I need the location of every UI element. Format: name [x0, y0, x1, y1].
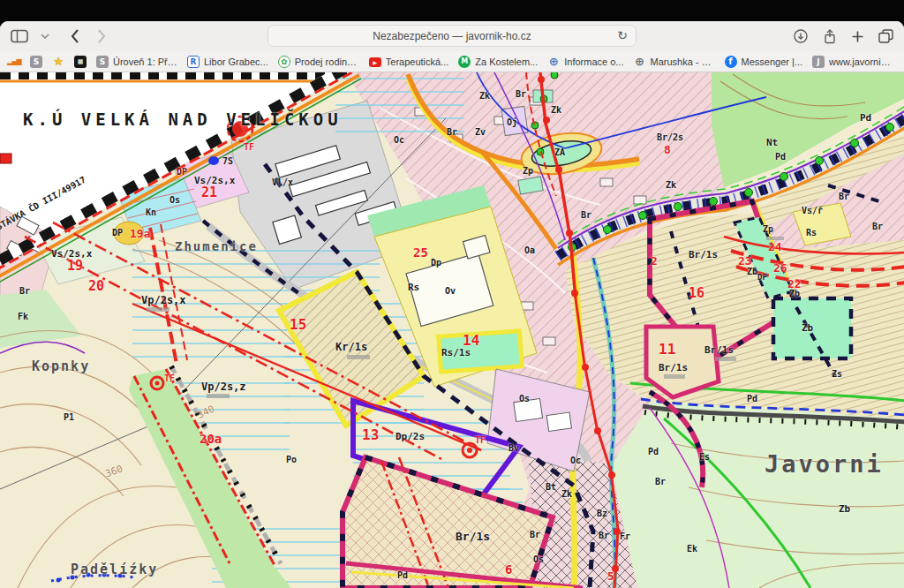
j-badge-icon [812, 56, 825, 68]
chevron-down-icon[interactable] [41, 34, 49, 40]
bookmark-label: Za Kostelem... [475, 57, 538, 67]
bookmark-item[interactable] [8, 56, 20, 68]
bookmark-item[interactable] [52, 56, 64, 68]
bookmark-item[interactable]: Messenger |... [725, 56, 803, 68]
bookmark-label: Marushka - 0... [651, 57, 715, 67]
globe2-icon [634, 56, 646, 68]
bookmark-label: Informace o... [564, 57, 623, 67]
javornik-green-area [609, 401, 904, 588]
flower-icon [278, 56, 290, 68]
map-viewport[interactable]: K.Ú VELKÁ NAD VELIČKOUSTÁVKA ČD III/4991… [0, 72, 904, 588]
red-map-marker [0, 154, 11, 163]
star-icon [52, 56, 64, 68]
analytics-icon [8, 56, 20, 68]
reload-icon[interactable]: ↻ [617, 28, 628, 42]
zone-14 [439, 331, 523, 372]
bookmark-label: Úroveň 1: Přít... [113, 57, 177, 67]
bookmark-item[interactable]: Marushka - 0... [634, 56, 715, 68]
screen: Nezabezpečeno — javornik-ho.cz ↻ Úroveň [0, 0, 904, 588]
youtube-icon [369, 57, 381, 67]
address-text: Nezabezpečeno — javornik-ho.cz [373, 30, 531, 42]
bookmark-item[interactable]: Za Kostelem... [458, 56, 538, 68]
bookmarks-bar: Úroveň 1: Přít...Libor Grabec...Prodej r… [0, 51, 904, 72]
bookmark-item[interactable]: Informace o... [547, 56, 623, 68]
bookmark-item[interactable]: Libor Grabec... [187, 56, 268, 68]
bookmark-item[interactable] [30, 56, 42, 68]
share-icon[interactable] [823, 29, 837, 44]
safari-window: Nezabezpečeno — javornik-ho.cz ↻ Úroveň [0, 21, 904, 588]
desktop-background [0, 0, 904, 21]
bookmark-label: Prodej rodinn... [295, 57, 359, 67]
bw-logo-icon [74, 56, 87, 68]
address-bar[interactable]: Nezabezpečeno — javornik-ho.cz ↻ [267, 25, 637, 47]
back-button[interactable] [71, 29, 79, 43]
sidebar-icon[interactable] [11, 29, 28, 43]
m-badge-icon [458, 56, 471, 68]
bookmark-label: Libor Grabec... [204, 57, 268, 67]
forward-button[interactable] [97, 29, 106, 43]
new-tab-icon[interactable] [852, 31, 863, 42]
bookmark-label: Terapeutická... [386, 57, 449, 67]
bookmark-item[interactable] [74, 56, 87, 68]
facebook-icon [725, 56, 737, 68]
bookmark-item[interactable]: Prodej rodinn... [278, 56, 359, 68]
globe-icon [547, 56, 560, 68]
s-badge-icon [96, 56, 109, 68]
bookmark-label: Messenger |... [742, 57, 803, 67]
bookmark-item[interactable]: Úroveň 1: Přít... [96, 56, 177, 68]
r-badge-icon [187, 56, 200, 68]
downloads-icon[interactable] [794, 29, 808, 43]
browser-toolbar: Nezabezpečeno — javornik-ho.cz ↻ [0, 21, 904, 51]
map-canvas [0, 72, 904, 588]
tab-overview-icon[interactable] [878, 29, 893, 43]
s-badge-icon [30, 56, 42, 68]
bookmark-item[interactable]: www.javornik... [812, 56, 893, 68]
bookmark-label: www.javornik... [829, 57, 893, 67]
bookmark-item[interactable]: Terapeutická... [369, 57, 449, 67]
station-7s-dot [208, 156, 219, 165]
